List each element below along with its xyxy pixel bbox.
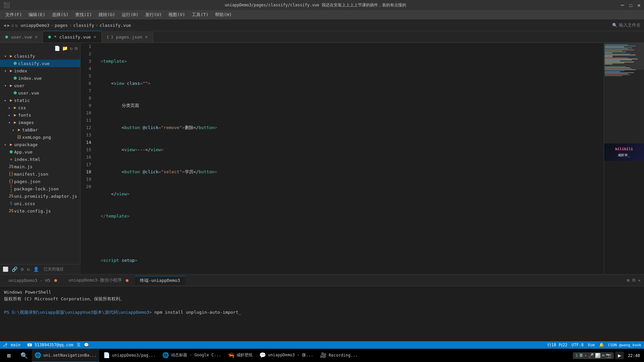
status-chat-icon[interactable]: 💬 [84, 343, 89, 347]
sidebar-label-tabbar: tabBar [22, 127, 80, 132]
new-file-icon[interactable]: 📄 [54, 46, 60, 51]
menu-help[interactable]: 帮助(H) [212, 11, 234, 18]
breadcrumb-project[interactable]: uniappDemo3 [20, 23, 49, 28]
sidebar-item-uni-promisify[interactable]: JS uni.promisify.adaptor.js [0, 192, 80, 200]
terminal-command: npm install unplugin-auto-import_ [154, 310, 241, 315]
sidebar-bottom-icon-3[interactable]: ⚙ [21, 266, 23, 272]
bottom-tab-h5[interactable]: uniappDemo3 - H5 [3, 277, 62, 284]
menu-run[interactable]: 运行(R) [119, 11, 141, 18]
language-mode: Vue [588, 343, 595, 347]
tab-close-classify[interactable]: × [94, 34, 96, 40]
chevron-right-icon: ▸ [3, 143, 8, 146]
bottom-tab-weixin[interactable]: uniappDemo3-微信小程序 [63, 276, 133, 285]
sidebar-item-vite-config[interactable]: JS vite.config.js [0, 207, 80, 215]
terminal-close-icon[interactable]: × [638, 278, 641, 283]
taskbar-item-weixin[interactable]: 💬 uniappDemo3 - 微... [257, 349, 316, 362]
minimize-button[interactable]: ─ [621, 2, 624, 8]
sidebar-item-classify[interactable]: ▾ ▶ classify [0, 52, 80, 60]
taskbar-item-chrome[interactable]: 🌐 动态标题 - Google C... [160, 349, 224, 362]
menu-file[interactable]: 文件(F) [3, 11, 24, 18]
taskbar-item-vscode[interactable]: 🌐 uni.setNavigationBa... [32, 349, 99, 362]
sidebar-label-uni-promisify: uni.promisify.adaptor.js [14, 194, 80, 199]
bottom-tab-terminal[interactable]: 终端-uniappDemo3 [135, 276, 185, 285]
sidebar-bottom-icon-1[interactable]: ⬜ [3, 266, 8, 272]
menu-edit[interactable]: 编辑(E) [26, 11, 48, 18]
code-line-7: </view> [101, 190, 604, 198]
sys-tray-kbd[interactable]: ⌨ [602, 353, 604, 358]
tab-pages-json[interactable]: { } pages.json × [102, 31, 153, 43]
close-button[interactable]: ✕ [637, 2, 641, 8]
sidebar-item-css[interactable]: ▸ ▶ css [0, 104, 80, 111]
sidebar-bottom-icon-2[interactable]: 🔗 [12, 266, 17, 272]
sidebar-bottom-icon-4[interactable]: ↻ [27, 266, 30, 272]
tab-user-vue[interactable]: ⬟ user.vue × [0, 31, 43, 43]
refresh-icon[interactable]: ↻ [70, 46, 72, 51]
menu-find[interactable]: 查找(I) [72, 11, 94, 18]
breadcrumb-pages[interactable]: pages [55, 23, 68, 28]
code-editor[interactable]: <template> <view class=""> 分类页面 <button … [97, 43, 604, 274]
menu-publish[interactable]: 发行(U) [143, 11, 164, 18]
search-label[interactable]: 输入文件名 [619, 22, 641, 28]
taskbar-recording-icon: 🎥 [320, 352, 327, 358]
nav-refresh[interactable]: ↻ [15, 23, 18, 28]
code-line-4: <button @click="remove">删除</button> [101, 124, 604, 131]
menu-select[interactable]: 选择(S) [49, 11, 71, 18]
sidebar-item-images[interactable]: ▾ ▶ images [0, 119, 80, 126]
play-button[interactable]: ▶ [618, 352, 621, 359]
nav-back[interactable]: ◀ [3, 23, 6, 28]
search-icon[interactable]: 🔍 [612, 23, 618, 28]
nav-home[interactable]: ⌂ [11, 23, 14, 28]
line-num-6: 6 [80, 80, 94, 87]
breadcrumb-file[interactable]: classify.vue [100, 23, 131, 28]
terminal-new-icon[interactable]: ⊞ [627, 278, 630, 283]
menu-tools[interactable]: 工具(T) [189, 11, 211, 18]
sys-tray-chart[interactable]: 📊 [595, 353, 600, 358]
new-folder-icon[interactable]: 📁 [62, 46, 68, 51]
tab-classify-vue[interactable]: ⬟ * classify.vue × [43, 31, 102, 43]
sidebar-item-index[interactable]: ▾ ▶ index [0, 67, 80, 74]
menu-goto[interactable]: 跳转(G) [96, 11, 118, 18]
window-controls[interactable]: ─ ☐ ✕ [621, 2, 641, 8]
sidebar-item-classify-vue[interactable]: ⬟ classify.vue [0, 60, 80, 67]
sys-tray-mic[interactable]: 🎤 [588, 353, 594, 358]
sidebar-item-app-vue[interactable]: ⬟ App.vue [0, 148, 80, 156]
sidebar-item-manifest-json[interactable]: {} manifest.json [0, 170, 80, 178]
sidebar-item-index-html[interactable]: ◈ index.html [0, 156, 80, 163]
sidebar-item-package-lock[interactable]: [ ] package-lock.json [0, 185, 80, 192]
terminal-content[interactable]: Windows PowerShell 版权所有 (C) Microsoft Co… [0, 286, 644, 318]
taskbar-search-icon[interactable]: 🔍 [18, 352, 31, 359]
encoding: UTF-8 [572, 343, 584, 347]
sidebar-item-static[interactable]: ▸ ▶ static [0, 97, 80, 104]
taskbar-item-wallpaper[interactable]: 🦐 咸虾壁纸 [225, 349, 255, 362]
sidebar-item-main-js[interactable]: JS main.js [0, 163, 80, 170]
sidebar-item-user[interactable]: ▾ ▶ user [0, 82, 80, 89]
chevron-down-icon: ▾ [7, 121, 12, 124]
sidebar-item-unpackage[interactable]: ▸ ▶ unpackage [0, 141, 80, 148]
taskbar-recording-label: Recording... [329, 353, 358, 358]
sidebar-item-fonts[interactable]: ▸ ▶ fonts [0, 111, 80, 119]
sidebar-bottom-icon-5[interactable]: 👤 [33, 266, 39, 272]
nav-forward[interactable]: ▶ [7, 23, 10, 28]
tab-close-user[interactable]: × [35, 34, 38, 40]
sidebar-item-xxmlogo[interactable]: 🖼 xxmLogo.png [0, 133, 80, 141]
breadcrumb-classify[interactable]: classify [73, 23, 94, 28]
menu-view[interactable]: 视图(V) [166, 11, 187, 18]
bell-icon[interactable]: 🔔 [599, 343, 604, 347]
sidebar-item-tabbar[interactable]: ▸ ▶ tabBar [0, 126, 80, 133]
maximize-button[interactable]: ☐ [629, 2, 633, 8]
closed-project-label: 已关闭项目 [44, 266, 64, 272]
start-button[interactable]: ⊞ [1, 349, 16, 362]
sidebar-item-index-vue[interactable]: ⬟ index.vue [0, 74, 80, 82]
code-container[interactable]: 1 2 3 4 5 6 7 8 9 10 11 12 13 14 15 16 1 [80, 43, 644, 274]
collapse-icon[interactable]: ⊟ [75, 46, 77, 51]
code-line-1: <template> [101, 58, 604, 65]
sys-tray-cam[interactable]: 📷 [606, 353, 611, 358]
sidebar-item-uni-scss[interactable]: S uni.scss [0, 200, 80, 207]
terminal-split-icon[interactable]: ⧉ [632, 278, 635, 283]
taskbar-item-file[interactable]: 📄 uniappDemo3/pag... [101, 349, 158, 362]
taskbar-item-recording[interactable]: 🎥 Recording... [317, 349, 361, 362]
status-list-icon[interactable]: ☰ [77, 343, 80, 347]
tab-close-pages[interactable]: × [145, 34, 148, 40]
taskbar-right: S 英 · 🎤 📊 ⌨ 📷 ▶ 22:40 [573, 352, 643, 359]
sidebar-item-user-vue[interactable]: ⬟ user.vue [0, 89, 80, 97]
